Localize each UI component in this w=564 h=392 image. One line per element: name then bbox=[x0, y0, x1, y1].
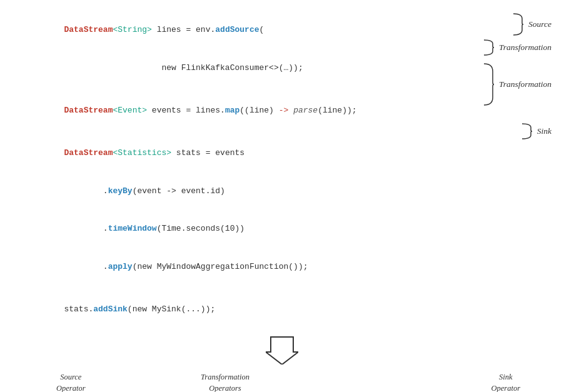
code-line-7: .apply(new MyWindowAggregationFunction()… bbox=[25, 248, 464, 286]
code-text-1: lines = env. bbox=[152, 25, 215, 34]
brace-transformation1: Transformation bbox=[481, 39, 551, 56]
kw-type-1: <String> bbox=[113, 25, 151, 34]
brace-source-svg bbox=[511, 13, 525, 36]
code-text-3d: (line)); bbox=[318, 106, 356, 115]
kw-datastream-2: DataStream bbox=[64, 106, 113, 115]
code-line-4: DataStream<Statistics> stats = events bbox=[25, 134, 464, 172]
brace-transformation2: Transformation bbox=[481, 63, 551, 106]
code-text-8a: stats. bbox=[64, 304, 93, 314]
kw-type-3: <Statistics> bbox=[113, 148, 171, 158]
code-block-4: stats.addSink(new MySink(...)); bbox=[13, 291, 464, 328]
code-text-5a: . bbox=[64, 186, 108, 196]
kw-map: map bbox=[225, 106, 239, 115]
brace-source-label: Source bbox=[528, 19, 551, 29]
brace-source: Source bbox=[511, 13, 551, 36]
code-text-4: stats = events bbox=[171, 148, 244, 158]
brace-sink-label: Sink bbox=[537, 126, 551, 136]
code-text-7b: (new MyWindowAggregationFunction()); bbox=[133, 262, 308, 271]
kw-datastream-1: DataStream bbox=[64, 25, 113, 34]
brace-sink-svg bbox=[520, 123, 533, 140]
arrow-down-container bbox=[13, 336, 551, 364]
brace-sink: Sink bbox=[520, 123, 551, 140]
label-source: SourceOperator bbox=[56, 371, 86, 392]
diagram-section: SourceOperator TransformationOperators S… bbox=[13, 371, 551, 392]
brace-trans2-svg bbox=[481, 63, 495, 106]
code-text-6b: (Time.seconds(10)) bbox=[157, 224, 244, 233]
main-container: DataStream<String> lines = env.addSource… bbox=[0, 0, 564, 392]
code-text-7a: . bbox=[64, 262, 108, 271]
code-paren-1: ( bbox=[259, 25, 264, 34]
brace-trans1-svg bbox=[481, 39, 495, 56]
code-line-8: stats.addSink(new MySink(...)); bbox=[25, 291, 464, 328]
code-text-3c bbox=[288, 106, 293, 115]
code-block-2: DataStream<Event> events = lines.map((li… bbox=[13, 92, 464, 129]
kw-type-2: <Event> bbox=[113, 106, 147, 115]
kw-parse: parse bbox=[293, 106, 318, 115]
diagram-labels-row: SourceOperator TransformationOperators S… bbox=[13, 371, 551, 392]
code-text-3: events = lines. bbox=[147, 106, 225, 115]
code-text-6a: . bbox=[64, 224, 108, 233]
code-block-3: DataStream<Statistics> stats = events .k… bbox=[13, 134, 464, 286]
code-text-8b: (new MySink(...)); bbox=[128, 304, 215, 314]
code-text-3b: ((line) bbox=[239, 106, 278, 115]
code-block: DataStream<String> lines = env.addSource… bbox=[13, 11, 464, 87]
label-sink: SinkOperator bbox=[491, 371, 520, 392]
code-section: DataStream<String> lines = env.addSource… bbox=[13, 11, 551, 328]
kw-keyby: keyBy bbox=[108, 186, 133, 196]
kw-addsource: addSource bbox=[215, 25, 259, 34]
label-sink-text: SinkOperator bbox=[491, 373, 520, 392]
code-line-3: DataStream<Event> events = lines.map((li… bbox=[25, 92, 464, 129]
code-line-1: DataStream<String> lines = env.addSource… bbox=[25, 11, 464, 49]
code-text-5b: (event -> event.id) bbox=[133, 186, 225, 196]
brace-trans2-label: Transformation bbox=[499, 79, 551, 89]
label-source-text: SourceOperator bbox=[56, 373, 86, 392]
code-line-6: .timeWindow(Time.seconds(10)) bbox=[25, 210, 464, 248]
code-line-2: new FlinkKafkaConsumer<>(…)); bbox=[25, 49, 464, 86]
code-line-5: .keyBy(event -> event.id) bbox=[25, 173, 464, 210]
svg-marker-0 bbox=[266, 337, 298, 364]
kw-addsink: addSink bbox=[93, 304, 128, 314]
kw-timewindow: timeWindow bbox=[108, 224, 157, 233]
label-transform: TransformationOperators bbox=[175, 371, 275, 392]
code-text-2: new FlinkKafkaConsumer<>(…)); bbox=[64, 63, 303, 73]
label-transform-text: TransformationOperators bbox=[201, 373, 249, 392]
brace-trans1-label: Transformation bbox=[499, 43, 551, 53]
arrow-down-svg bbox=[266, 336, 298, 364]
kw-datastream-3: DataStream bbox=[64, 148, 113, 158]
kw-apply: apply bbox=[108, 262, 133, 271]
kw-arrow: -> bbox=[279, 106, 289, 115]
